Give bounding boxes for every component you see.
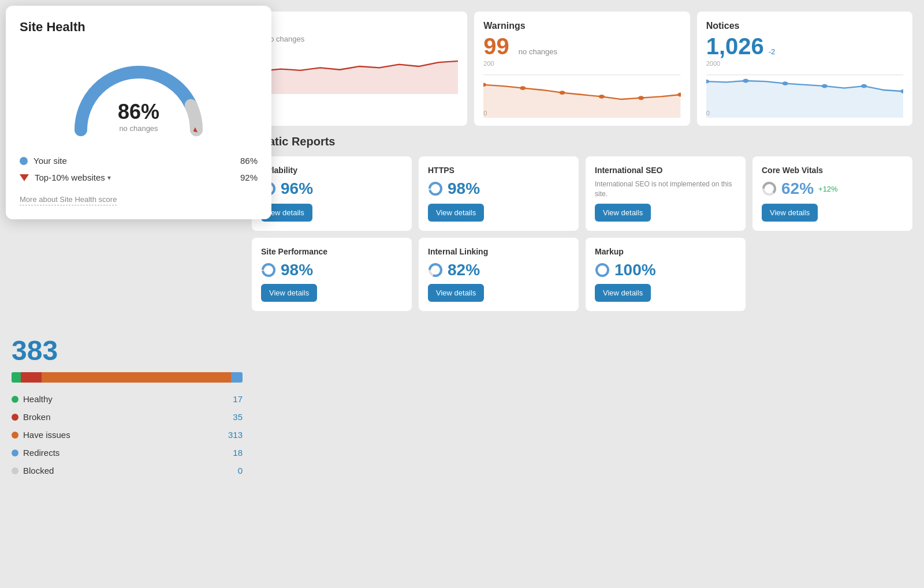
top-stats: rs no changes Warnings 99 no changes [252,12,912,126]
site-health-title: Site Health [20,20,258,35]
warnings-title: Warnings [483,21,680,31]
donut-icon-internal-linking [428,263,443,278]
chevron-down-icon: ▾ [107,174,111,182]
view-details-markup[interactable]: View details [595,284,651,302]
gauge-container: 86% no changes [20,46,258,144]
report-title-cwv: Core Web Vitals [762,166,903,175]
reports-grid: awlability 96% iew details HTTPS [252,156,912,311]
report-title-int-seo: International SEO [595,166,736,175]
sh-label-your-site: Your site [33,156,234,166]
legend-label-blocked: Blocked [23,466,54,475]
bar-segment-broken [21,372,42,383]
report-card-crawlability: awlability 96% iew details [252,156,412,231]
svg-point-20 [430,183,441,194]
svg-marker-10 [706,81,903,118]
view-details-cwv[interactable]: View details [762,204,818,222]
legend-label-broken: Broken [23,412,51,422]
warnings-change: no changes [519,47,557,56]
errors-chart [261,48,458,94]
report-card-markup: Markup 100% View details [586,238,746,311]
warnings-card: Warnings 99 no changes 200 [474,12,690,126]
report-card-performance: Site Performance 98% View details [252,238,412,311]
warnings-chart-max: 200 [483,60,494,67]
view-details-performance[interactable]: View details [261,284,317,302]
issues-bar [12,372,243,383]
report-title-internal-linking: Internal Linking [428,247,569,256]
legend-item-broken: Broken 35 [12,412,243,422]
dot-healthy [12,396,18,403]
notices-number: 1,026 [706,35,764,58]
legend-count-issues: 313 [228,430,243,440]
dot-issues [12,432,18,439]
sh-label-top-sites: Top-10% websites [35,173,105,182]
report-percentage-crawlability: 96% [281,179,313,198]
thematic-section: ematic Reports awlability 96% iew detail… [252,135,912,311]
svg-point-6 [599,95,605,99]
report-card-int-seo: International SEO International SEO is n… [586,156,746,231]
svg-point-12 [743,79,748,83]
legend-label-issues: Have issues [23,430,70,440]
sh-percent-your-site: 86% [240,156,258,166]
errors-card: rs no changes [252,12,467,126]
warnings-number: 99 [483,35,509,58]
report-title-performance: Site Performance [261,247,403,256]
svg-point-14 [821,84,827,88]
svg-point-4 [520,86,526,90]
report-percentage-performance: 98% [281,261,313,279]
legend-item-issues: Have issues 313 [12,430,243,440]
report-percentage-markup: 100% [614,261,656,279]
legend-label-redirects: Redirects [23,448,59,458]
bar-segment-issues [42,372,231,383]
more-about-score-link[interactable]: More about Site Health score [20,195,117,205]
report-card-https: HTTPS 98% View details [419,156,579,231]
report-title-https: HTTPS [428,166,569,175]
svg-point-7 [638,96,644,100]
donut-icon-https [428,181,443,196]
legend-item-healthy: Healthy 17 [12,394,243,404]
notices-chart-max: 2000 [706,60,720,67]
legend-count-redirects: 18 [233,448,243,458]
dot-redirects [12,450,18,456]
view-details-internal-linking[interactable]: View details [428,284,484,302]
errors-change: no changes [266,35,304,43]
svg-point-5 [560,91,565,95]
notices-chart [706,72,903,118]
legend-label-healthy: Healthy [23,394,53,404]
site-health-popup: Site Health 86% no changes Your site 86% [6,6,271,219]
legend-item-redirects: Redirects 18 [12,448,243,458]
svg-point-24 [263,264,274,276]
sh-dropdown-top-sites[interactable]: Top-10% websites ▾ [35,173,234,182]
dot-broken [12,414,18,421]
report-change-cwv: +12% [818,185,838,193]
bar-segment-redirects [231,372,243,383]
sh-legend-top-sites: Top-10% websites ▾ 92% [20,173,258,182]
report-note-int-seo: International SEO is not implemented on … [595,179,736,199]
sh-legend-your-site: Your site 86% [20,156,258,166]
sh-triangle-top-sites [20,174,29,181]
errors-title: rs [261,21,458,31]
site-health-legend: Your site 86% Top-10% websites ▾ 92% [20,156,258,182]
view-details-https[interactable]: View details [428,204,484,222]
report-percentage-cwv: 62% [781,179,814,198]
report-percentage-internal-linking: 82% [448,261,480,279]
svg-marker-2 [483,85,680,118]
svg-point-13 [782,81,788,85]
report-title-crawlability: awlability [261,166,403,175]
legend-item-blocked: Blocked 0 [12,466,243,475]
view-details-int-seo[interactable]: View details [595,204,651,222]
dot-blocked [12,467,18,474]
svg-point-27 [597,264,608,276]
report-card-cwv: Core Web Vitals 62% +12% View details [752,156,912,231]
report-percentage-https: 98% [448,179,480,198]
gauge-percent: 86% [118,100,159,124]
sh-percent-top-sites: 92% [240,173,258,182]
gauge-center: 86% no changes [118,100,159,133]
issues-total: 383 [12,335,243,366]
report-card-internal-linking: Internal Linking 82% View details [419,238,579,311]
legend-count-broken: 35 [233,412,243,422]
sh-dot-your-site [20,157,28,165]
legend-count-blocked: 0 [238,466,243,475]
donut-icon-markup [595,263,610,278]
donut-icon-performance [261,263,276,278]
gauge-subtitle: no changes [118,124,159,133]
